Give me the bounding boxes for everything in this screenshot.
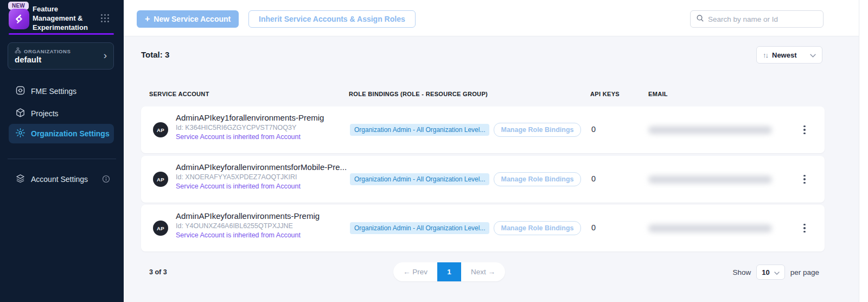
service-account-id: Id: K364HIC5RI6GZGYCPVST7NOQ3Y: [176, 124, 324, 131]
sidebar-item-organization-settings[interactable]: Organization Settings: [9, 124, 114, 143]
show-label: Show: [732, 268, 751, 276]
app-title: Feature Management & Experimentation: [33, 5, 99, 33]
apps-grid-icon[interactable]: [101, 14, 110, 23]
pagination-count: 3 of 3: [149, 268, 167, 276]
sidebar-item-projects[interactable]: Projects: [0, 104, 124, 123]
role-binding-pill: Organization Admin - All Organization Le…: [350, 173, 489, 185]
manage-role-bindings-button[interactable]: Manage Role Bindings: [494, 221, 580, 235]
sidebar-item-label: Account Settings: [31, 175, 88, 184]
email-redacted: [648, 126, 772, 134]
search-box[interactable]: [690, 10, 824, 28]
avatar: AP: [153, 221, 168, 236]
role-binding-pill: Organization Admin - All Organization Le…: [350, 222, 489, 234]
inherited-note: Service Account is inherited from Accoun…: [176, 231, 320, 239]
kebab-menu-icon[interactable]: [800, 221, 809, 235]
api-keys-count: 0: [591, 125, 596, 134]
inherit-service-accounts-button[interactable]: Inherit Service Accounts & Assign Roles: [248, 10, 416, 28]
sort-dropdown[interactable]: ↑↓ Newest: [756, 46, 822, 64]
service-account-id: Id: XNOERAFYYA5XPDEZ7AOQTJKIRI: [176, 173, 347, 181]
plus-icon: +: [145, 14, 150, 24]
prev-page-button[interactable]: ← Prev: [393, 262, 437, 281]
next-page-button[interactable]: Next →: [461, 262, 505, 281]
column-header-role-bindings: ROLE BINDINGS (ROLE - RESOURCE GROUP): [349, 91, 488, 97]
split-logo-icon: [9, 9, 29, 29]
page-size-control: Show 10 per page: [732, 265, 819, 280]
current-page-button[interactable]: 1: [437, 262, 461, 281]
total-count: Total: 3: [141, 50, 169, 59]
organization-name: default: [15, 55, 41, 64]
sidebar-item-label: Organization Settings: [31, 129, 110, 138]
search-icon: [696, 14, 704, 24]
search-input[interactable]: [708, 15, 818, 23]
app-root: NEW Feature Management & Experimentation: [0, 0, 868, 302]
sidebar-item-label: FME Settings: [31, 87, 76, 96]
inherited-note: Service Account is inherited from Accoun…: [176, 133, 324, 141]
role-binding-pill: Organization Admin - All Organization Le…: [350, 124, 489, 136]
info-icon[interactable]: [102, 175, 110, 185]
new-service-account-button[interactable]: + New Service Account: [137, 10, 239, 28]
email-redacted: [648, 224, 772, 232]
service-account-name: AdminAPIkeyforallenvironments-Premig: [176, 211, 320, 221]
sidebar: NEW Feature Management & Experimentation: [0, 0, 124, 302]
sort-icon: ↑↓: [763, 51, 768, 59]
new-service-account-label: New Service Account: [154, 15, 231, 23]
column-header-service-account: SERVICE ACCOUNT: [149, 91, 209, 97]
manage-role-bindings-button[interactable]: Manage Role Bindings: [494, 123, 580, 137]
fme-settings-icon: [15, 85, 25, 97]
api-keys-count: 0: [591, 223, 596, 232]
chevron-down-icon: [774, 268, 780, 276]
kebab-menu-icon[interactable]: [800, 172, 809, 186]
main-content: + New Service Account Inherit Service Ac…: [124, 0, 859, 302]
manage-role-bindings-button[interactable]: Manage Role Bindings: [494, 172, 580, 186]
right-margin: [859, 0, 868, 302]
page-size-select[interactable]: 10: [756, 265, 784, 280]
email-redacted: [648, 175, 772, 184]
service-account-name: AdminAPIkey1forallenvironments-Premig: [176, 113, 324, 122]
inherited-note: Service Account is inherited from Accoun…: [176, 183, 347, 190]
avatar: AP: [153, 122, 168, 137]
organizations-label: ORGANIZATIONS: [24, 48, 71, 54]
pager: ← Prev 1 Next →: [393, 262, 505, 281]
page-size-value: 10: [762, 268, 769, 276]
avatar: AP: [153, 172, 168, 187]
chevron-down-icon: [810, 50, 816, 60]
table-row: AP AdminAPIkeyforallenvironmentsforMobil…: [141, 156, 825, 203]
sidebar-item-fme-settings[interactable]: FME Settings: [0, 81, 124, 101]
layers-gear-icon: [15, 173, 25, 185]
column-header-email: EMAIL: [648, 91, 668, 97]
service-account-id: Id: Y4OUNXZ46A6IBL6255QTPXJJNE: [176, 222, 320, 230]
accent-divider: [9, 33, 114, 35]
sidebar-item-label: Projects: [31, 109, 59, 118]
service-account-name: AdminAPIkeyforallenvironmentsforMobile-P…: [176, 162, 347, 172]
organization-switcher[interactable]: ORGANIZATIONS default ›: [8, 42, 114, 70]
kebab-menu-icon[interactable]: [800, 123, 809, 137]
gear-icon: [15, 128, 25, 140]
cube-icon: [15, 108, 25, 119]
table-header-row: SERVICE ACCOUNT ROLE BINDINGS (ROLE - RE…: [124, 91, 859, 98]
column-header-api-keys: API KEYS: [590, 91, 620, 97]
topbar: + New Service Account Inherit Service Ac…: [124, 0, 859, 36]
org-chart-icon: [15, 47, 21, 55]
chevron-right-icon: ›: [104, 49, 107, 61]
api-keys-count: 0: [591, 174, 596, 183]
sidebar-divider: [8, 159, 116, 159]
sort-value: Newest: [772, 51, 806, 59]
table-row: AP AdminAPIkey1forallenvironments-Premig…: [141, 106, 825, 153]
per-page-label: per page: [790, 268, 819, 276]
table-row: AP AdminAPIkeyforallenvironments-Premig …: [141, 205, 825, 251]
